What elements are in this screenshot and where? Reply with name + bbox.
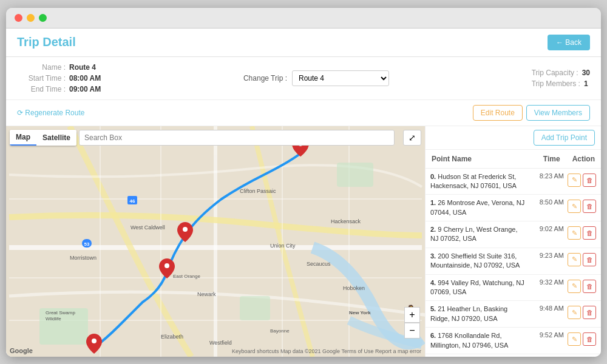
capacity-row: Trip Capacity : 30 (532, 69, 590, 77)
end-value: 09:00 AM (69, 85, 101, 93)
point-info: 4. 994 Valley Rd, Watchung, NJ 07069, US… (430, 278, 527, 297)
delete-point-button[interactable]: 🗑 (583, 174, 596, 187)
regenerate-route-button[interactable]: ⟳ Regenerate Route (17, 109, 84, 117)
point-info: 5. 21 Heather Ln, Basking Ridge, NJ 0792… (430, 305, 527, 323)
edit-point-button[interactable]: ✎ (568, 306, 581, 319)
app-window: Trip Detail ← Back Name : Route 4 Start … (6, 8, 601, 357)
point-name: 6. 1768 Knollandale Rd, Millington, NJ 0… (430, 332, 508, 348)
fullscreen-button[interactable]: ⤢ (403, 130, 421, 146)
zoom-out-button[interactable]: − (404, 323, 420, 339)
satellite-button[interactable]: Satellite (36, 130, 76, 146)
edit-point-button[interactable]: ✎ (568, 174, 581, 187)
start-label: Start Time : (17, 74, 66, 83)
sidebar-header-right: Time Action (543, 155, 595, 163)
delete-point-button[interactable]: 🗑 (583, 226, 596, 240)
edit-point-button[interactable]: ✎ (568, 332, 581, 346)
point-name: 2. 9 Cherry Ln, West Orange, NJ 07052, U… (430, 226, 518, 242)
point-info: 2. 9 Cherry Ln, West Orange, NJ 07052, U… (430, 225, 527, 244)
members-label: Trip Members : (532, 79, 580, 88)
point-actions: ✎ 🗑 (568, 306, 596, 319)
maximize-dot[interactable] (39, 14, 47, 22)
point-time: 8:23 AM (531, 172, 564, 180)
edit-point-button[interactable]: ✎ (568, 280, 581, 293)
svg-text:Westfield: Westfield (209, 340, 232, 346)
change-trip-select[interactable]: Route 4 Route 1 Route 2 Route 3 (292, 70, 389, 86)
add-trip-bar: Add Trip Point (426, 126, 601, 150)
map-container: West Caldwell Westfield Union City Hacke… (6, 126, 425, 357)
name-value: Route 4 (69, 63, 96, 72)
col-time: Time (543, 155, 560, 163)
add-trip-point-button[interactable]: Add Trip Point (534, 130, 595, 146)
svg-text:New York: New York (349, 310, 371, 315)
point-info: 6. 1768 Knollandale Rd, Millington, NJ 0… (430, 331, 527, 350)
svg-text:Bayonne: Bayonne (270, 328, 290, 334)
point-actions: ✎ 🗑 (568, 332, 596, 346)
members-row: Trip Members : 1 (532, 79, 588, 88)
trip-points-sidebar: Add Trip Point Point Name Time Action 0.… (425, 126, 601, 357)
titlebar (6, 8, 601, 29)
delete-point-button[interactable]: 🗑 (583, 200, 596, 213)
delete-point-button[interactable]: 🗑 (583, 280, 596, 293)
trip-point-row: 6. 1768 Knollandale Rd, Millington, NJ 0… (426, 328, 601, 354)
delete-point-button[interactable]: 🗑 (583, 253, 596, 266)
edit-route-button[interactable]: Edit Route (473, 105, 523, 121)
point-name: 3. 200 Sheffield St Suite 316, Mountains… (430, 252, 520, 269)
sidebar-header: Point Name Time Action (426, 150, 601, 169)
point-actions: ✎ 🗑 (568, 226, 596, 240)
point-time: 8:50 AM (531, 198, 564, 206)
point-name: 0. Hudson St at Frederick St, Hackensack… (430, 173, 517, 189)
trip-point-row: 2. 9 Cherry Ln, West Orange, NJ 07052, U… (426, 221, 601, 248)
close-dot[interactable] (15, 14, 22, 22)
map-button[interactable]: Map (10, 130, 36, 146)
svg-text:Newark: Newark (197, 291, 216, 297)
trip-point-row: 5. 21 Heather Ln, Basking Ridge, NJ 0792… (426, 301, 601, 328)
view-members-button[interactable]: View Members (526, 105, 590, 121)
map-type-controls: Map Satellite (10, 130, 76, 146)
svg-point-20 (92, 339, 97, 343)
action-bar: ⟳ Regenerate Route Edit Route View Membe… (6, 100, 601, 126)
google-logo: Google (10, 347, 33, 354)
back-button[interactable]: ← Back (548, 35, 590, 50)
point-actions: ✎ 🗑 (568, 280, 596, 293)
zoom-in-button[interactable]: + (404, 307, 420, 323)
info-right: Trip Capacity : 30 Trip Members : 1 (532, 69, 590, 88)
trip-point-row: 4. 994 Valley Rd, Watchung, NJ 07069, US… (426, 275, 601, 302)
info-left: Name : Route 4 Start Time : 08:00 AM End… (17, 63, 101, 93)
trip-point-row: 3. 200 Sheffield St Suite 316, Mountains… (426, 248, 601, 275)
svg-text:Hoboken: Hoboken (343, 285, 365, 291)
point-name: 1. 26 Montrose Ave, Verona, NJ 07044, US… (430, 199, 524, 215)
svg-rect-12 (240, 296, 270, 320)
members-value: 1 (584, 79, 588, 88)
edit-point-button[interactable]: ✎ (568, 226, 581, 240)
delete-point-button[interactable]: 🗑 (583, 332, 596, 346)
point-info: 3. 200 Sheffield St Suite 316, Mountains… (430, 252, 527, 271)
svg-text:East Orange: East Orange (173, 274, 200, 279)
col-action: Action (572, 155, 595, 163)
map-svg: West Caldwell Westfield Union City Hacke… (6, 126, 425, 357)
end-time-row: End Time : 09:00 AM (17, 85, 101, 93)
map-footer: Keyboard shortcuts Map data ©2021 Google… (232, 348, 421, 354)
minimize-dot[interactable] (27, 14, 35, 22)
point-info: 0. Hudson St at Frederick St, Hackensack… (430, 172, 527, 191)
zoom-controls: + − (404, 307, 420, 339)
capacity-label: Trip Capacity : (532, 69, 578, 77)
edit-point-button[interactable]: ✎ (568, 253, 581, 266)
edit-point-button[interactable]: ✎ (568, 200, 581, 213)
route-actions: Edit Route View Members (473, 105, 590, 121)
header-bar: Trip Detail ← Back (6, 29, 601, 57)
col-point-name: Point Name (432, 155, 472, 163)
map-search-input[interactable] (79, 130, 395, 146)
svg-rect-11 (337, 163, 373, 187)
info-center: Change Trip : Route 4 Route 1 Route 2 Ro… (101, 70, 531, 86)
point-info: 1. 26 Montrose Ave, Verona, NJ 07044, US… (430, 198, 527, 217)
delete-point-button[interactable]: 🗑 (583, 306, 596, 319)
page-title: Trip Detail (17, 35, 76, 49)
capacity-value: 30 (582, 69, 590, 77)
point-time: 9:23 AM (531, 252, 564, 259)
svg-text:Union City: Union City (270, 243, 296, 249)
point-name: 5. 21 Heather Ln, Basking Ridge, NJ 0792… (430, 305, 507, 322)
trip-point-row: 0. Hudson St at Frederick St, Hackensack… (426, 169, 601, 195)
point-time: 9:02 AM (531, 225, 564, 232)
main-area: West Caldwell Westfield Union City Hacke… (6, 126, 601, 357)
svg-text:Elizabeth: Elizabeth (161, 334, 183, 340)
